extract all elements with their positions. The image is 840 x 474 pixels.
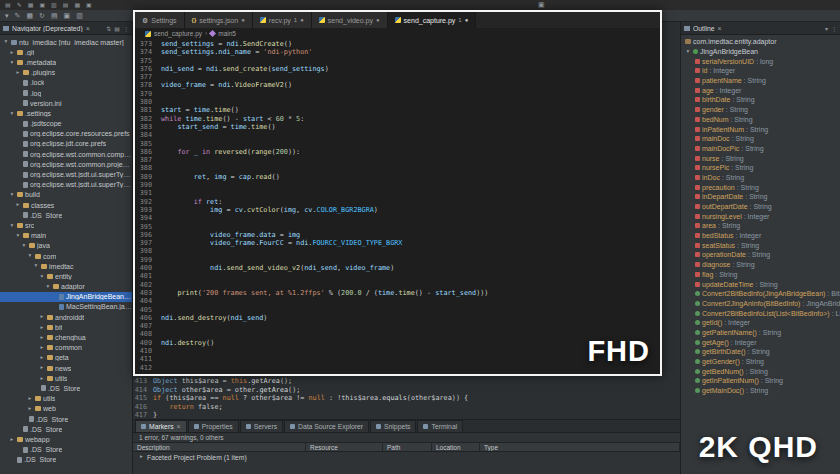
code-editor[interactable]: 373send_settings = ndi.SendCreate()374se… xyxy=(135,39,660,374)
expand-arrow-icon[interactable]: ▸ xyxy=(39,365,45,371)
navigator-item-classes[interactable]: ▸classes xyxy=(0,200,132,210)
toolbar-icon[interactable]: ✎ xyxy=(15,12,21,19)
navigator-item-ds-store[interactable]: .DS_Store xyxy=(0,414,132,424)
navigator-item-settings[interactable]: ▾.settings xyxy=(0,108,132,118)
navigator-item-chenghua[interactable]: ▸chenghua xyxy=(0,332,132,342)
navigator-item-org-eclipse-wst-common-project-facet-cor[interactable]: org.eclipse.wst.common.project.facet.cor… xyxy=(0,159,132,169)
outline-item-serialversionuid[interactable]: serialVersionUID : long xyxy=(681,56,840,66)
toolbar-icon[interactable]: ▦ xyxy=(26,12,33,19)
navigator-item-main[interactable]: ▾main xyxy=(0,231,132,241)
outline-item-diagnose[interactable]: diagnose : String xyxy=(681,260,840,270)
navigator-item-plugins[interactable]: ▸.plugins xyxy=(0,68,132,78)
bottom-tab-markers[interactable]: Markers× xyxy=(135,420,187,432)
panel-toolbar-icon[interactable]: ⇅ xyxy=(106,25,111,32)
bottom-tab-data-source-explorer[interactable]: Data Source Explorer xyxy=(284,420,369,432)
navigator-item-ds-store[interactable]: .DS_Store xyxy=(0,445,132,455)
close-icon[interactable]: × xyxy=(86,25,90,32)
outline-item-maindoc[interactable]: mainDoc : String xyxy=(681,134,840,144)
navigator-item-log[interactable]: .log xyxy=(0,88,132,98)
window-icon[interactable]: ▤ xyxy=(63,2,69,8)
outline-item-outdepartdate[interactable]: outDepartDate : String xyxy=(681,202,840,212)
expand-arrow-icon[interactable]: ▸ xyxy=(39,335,45,341)
navigator-item-java[interactable]: ▾java xyxy=(0,241,132,251)
marker-column-resource[interactable]: Resource xyxy=(306,443,383,451)
window-icon[interactable]: ▤ xyxy=(5,2,11,8)
expand-arrow-icon[interactable]: ▾ xyxy=(45,284,51,290)
close-icon[interactable]: × xyxy=(718,25,722,32)
expand-arrow-icon[interactable]: ▾ xyxy=(39,274,45,280)
editor-tab-settings-json[interactable]: {}settings.json● xyxy=(185,12,253,28)
marker-row[interactable]: ▸Faceted Project Problem (1 item) xyxy=(133,452,680,462)
window-icon[interactable]: ▦ xyxy=(28,2,34,8)
expand-arrow-icon[interactable]: ▸ xyxy=(27,396,33,402)
expand-arrow-icon[interactable]: ▸ xyxy=(39,355,45,361)
outline-tab-label[interactable]: Outline xyxy=(693,25,715,32)
expand-arrow-icon[interactable]: ▾ xyxy=(9,192,15,198)
expand-arrow-icon[interactable]: ▾ xyxy=(3,39,9,45)
outline-item-getmaindoc[interactable]: getMainDoc() : String xyxy=(681,386,840,396)
toolbar-icon[interactable]: ↻ xyxy=(39,12,45,19)
expand-arrow-icon[interactable]: ▸ xyxy=(15,202,21,208)
outline-item-nursinglevel[interactable]: nursingLevel : Integer xyxy=(681,211,840,221)
editor-tab-recv-py[interactable]: recv.py1● xyxy=(253,12,312,28)
marker-column-location[interactable]: Location xyxy=(432,443,480,451)
navigator-item-bit[interactable]: ▸bit xyxy=(0,322,132,332)
outline-item-age[interactable]: age : Integer xyxy=(681,85,840,95)
expand-arrow-icon[interactable]: ▾ xyxy=(27,253,33,259)
expand-arrow-icon[interactable]: ▾ xyxy=(21,243,27,249)
navigator-item-imedtac[interactable]: ▾imedtac xyxy=(0,261,132,271)
bottom-tab-terminal[interactable]: Terminal xyxy=(417,420,463,432)
expand-arrow-icon[interactable]: ▸ xyxy=(39,345,45,351)
window-icon[interactable]: ✎ xyxy=(17,2,22,8)
toolbar-icon[interactable]: ▤ xyxy=(51,12,58,19)
navigator-item-geta[interactable]: ▸geta xyxy=(0,353,132,363)
expand-arrow-icon[interactable]: ▸ xyxy=(39,376,45,382)
window-icon[interactable]: ▦ xyxy=(74,2,80,8)
breadcrumb-symbol[interactable]: main5 xyxy=(218,30,236,37)
outline-item-patientname[interactable]: patientName : String xyxy=(681,76,840,86)
navigator-item-adaptor[interactable]: ▾adaptor xyxy=(0,282,132,292)
outline-item-getgender[interactable]: getGender() : String xyxy=(681,357,840,367)
outline-item-seatstatus[interactable]: seatStatus : String xyxy=(681,240,840,250)
toolbar-icon[interactable]: ▾ xyxy=(5,12,9,19)
navigator-item-macsettingbean-java[interactable]: MacSettingBean.java xyxy=(0,302,132,312)
navigator-item-androiddt[interactable]: ▸androiddt xyxy=(0,312,132,322)
outline-item-birthdate[interactable]: birthDate : String xyxy=(681,95,840,105)
expand-arrow-icon[interactable]: ▸ xyxy=(39,314,45,320)
navigator-item-org-eclipse-jdt-core-prefs[interactable]: org.eclipse.jdt.core.prefs xyxy=(0,139,132,149)
dirty-dot-icon[interactable]: ● xyxy=(376,17,380,23)
navigator-item-org-eclipse-wst-jsdt-ui-supertype-contai[interactable]: org.eclipse.wst.jsdt.ui.superType.contai… xyxy=(0,169,132,179)
outline-item-indepartdate[interactable]: inDepartDate : String xyxy=(681,192,840,202)
navigator-item-lock[interactable]: .lock xyxy=(0,78,132,88)
expand-arrow-icon[interactable]: ▸ xyxy=(9,50,15,56)
outline-item-nurse[interactable]: nurse : String xyxy=(681,153,840,163)
expand-arrow-icon[interactable]: ▸ xyxy=(9,437,15,443)
navigator-item-org-eclipse-core-resources-prefs[interactable]: org.eclipse.core.resources.prefs xyxy=(0,129,132,139)
bottom-tab-properties[interactable]: Properties xyxy=(188,420,239,432)
outline-item-gender[interactable]: gender : String xyxy=(681,105,840,115)
outline-item-getbirthdate[interactable]: getBirthDate() : String xyxy=(681,347,840,357)
bottom-tab-snippets[interactable]: Snippets xyxy=(370,420,416,432)
outline-item-nursepic[interactable]: nursePic : String xyxy=(681,163,840,173)
panel-toolbar-icon[interactable]: ⋮ xyxy=(123,25,129,32)
navigator-item-org-eclipse-wst-jsdt-ui-supertype-name[interactable]: org.eclipse.wst.jsdt.ui.superType.name xyxy=(0,180,132,190)
navigator-item-news[interactable]: ▸news xyxy=(0,363,132,373)
navigator-item-ds-store[interactable]: .DS_Store xyxy=(0,383,132,393)
outline-item-operationdate[interactable]: operationDate : String xyxy=(681,250,840,260)
dirty-dot-icon[interactable]: ● xyxy=(465,17,469,23)
navigator-item-com[interactable]: ▾com xyxy=(0,251,132,261)
panel-toolbar-icon[interactable]: ⋮ xyxy=(831,25,837,32)
dirty-dot-icon[interactable]: ● xyxy=(241,17,245,23)
expand-arrow-icon[interactable]: ▸ xyxy=(15,70,21,76)
navigator-item-jinganbridgebean-java[interactable]: JingAnBridgeBean.java xyxy=(0,292,132,302)
navigator-item-common[interactable]: ▸common xyxy=(0,343,132,353)
breadcrumb-file[interactable]: send_capture.py xyxy=(154,30,202,37)
outline-item-convert2jinganinfo-bitbedinfo[interactable]: Convert2JingAnInfo(BitBedInfo) : JingAnB… xyxy=(681,299,840,309)
panel-toolbar-icon[interactable]: ▾ xyxy=(825,25,828,32)
navigator-item-version-ini[interactable]: version.ini xyxy=(0,98,132,108)
editor-tab-send-video-py[interactable]: send_video.py● xyxy=(312,12,388,28)
navigator-item-jsdtscope[interactable]: .jsdtscope xyxy=(0,119,132,129)
outline-item-updatedatetime[interactable]: updateDateTime : String xyxy=(681,279,840,289)
navigator-item-ds-store[interactable]: .DS_Store xyxy=(0,424,132,434)
close-icon[interactable]: × xyxy=(177,423,181,430)
